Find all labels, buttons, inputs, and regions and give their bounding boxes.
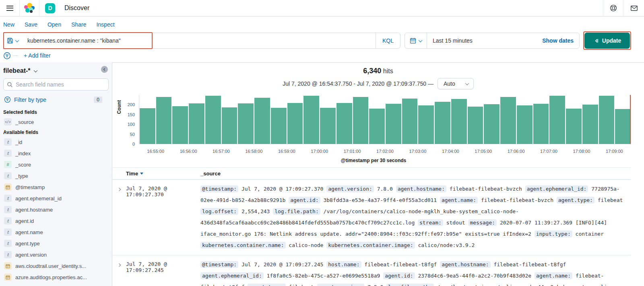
field-value: 7.8.0: [367, 284, 383, 286]
histogram-bar[interactable]: [353, 97, 369, 144]
add-filter-button[interactable]: + Add filter: [24, 52, 51, 59]
histogram-bar[interactable]: [320, 108, 336, 144]
histogram-bar[interactable]: [140, 108, 155, 144]
histogram-bar[interactable]: [386, 104, 401, 144]
histogram-bar[interactable]: [517, 105, 533, 144]
field-item[interactable]: tagent.ephemeral_id: [4, 195, 109, 202]
field-sidebar: filebeat-* Filter by type 0 Selected fie…: [0, 62, 112, 286]
query-language-button[interactable]: KQL: [376, 33, 400, 48]
menu-item-new[interactable]: New: [3, 21, 14, 28]
feedback-button[interactable]: [624, 0, 644, 16]
field-value: calico-node: [289, 242, 323, 248]
histogram-bar[interactable]: [418, 105, 434, 144]
field-item[interactable]: t_id: [4, 138, 109, 146]
elastic-logo[interactable]: [20, 0, 39, 16]
field-item[interactable]: aws.cloudtrail.user_identity.s...: [4, 262, 109, 270]
x-axis-tick-label: 17:04:00: [442, 149, 459, 154]
histogram-bar[interactable]: [369, 109, 385, 144]
field-type-string-icon: t: [4, 172, 12, 179]
histogram-bar[interactable]: [222, 107, 237, 144]
histogram-bar[interactable]: [189, 103, 204, 144]
field-item[interactable]: t_type: [4, 172, 109, 179]
field-key-badge: agent.type:: [248, 284, 285, 286]
main-menu-button[interactable]: [0, 0, 19, 16]
histogram-bar[interactable]: [615, 109, 631, 144]
help-button[interactable]: [603, 0, 623, 16]
field-key-badge: log.file.path:: [273, 208, 320, 215]
histogram-bar[interactable]: [533, 104, 549, 144]
field-key-badge: log.file.path:: [386, 284, 434, 286]
field-item[interactable]: t_index: [4, 150, 109, 157]
available-fields-list: t_idt_index#_scoret_type@timestamptagent…: [3, 138, 109, 281]
field-item[interactable]: tagent.type: [4, 240, 109, 247]
doc-table-header: Time _source: [112, 167, 631, 180]
field-key-badge: agent.id:: [383, 272, 415, 279]
x-axis-tick-label: 16:56:00: [180, 149, 197, 154]
show-dates-button[interactable]: Show dates: [542, 37, 579, 44]
histogram-bar[interactable]: [254, 98, 270, 144]
histogram-bar[interactable]: [238, 103, 254, 144]
field-type-number-icon: #: [4, 161, 12, 168]
histogram-bar[interactable]: [205, 96, 221, 144]
field-key-badge: input.type:: [535, 230, 572, 237]
x-axis-tick-label: 17:08:00: [573, 149, 590, 154]
menu-item-open[interactable]: Open: [47, 21, 61, 28]
histogram-bar[interactable]: [451, 99, 467, 144]
interval-select[interactable]: Auto: [438, 78, 474, 89]
field-item[interactable]: tagent.id: [4, 217, 109, 224]
saved-query-menu-button[interactable]: [4, 37, 23, 44]
field-item[interactable]: tagent.name: [4, 228, 109, 236]
expand-row-button[interactable]: [116, 183, 122, 194]
collapse-sidebar-button[interactable]: [101, 66, 108, 73]
update-button[interactable]: Update: [584, 33, 630, 49]
histogram-bar[interactable]: [156, 97, 172, 144]
filter-by-type-button[interactable]: Filter by type 0: [3, 95, 109, 108]
histogram-bar[interactable]: [468, 107, 483, 144]
menu-item-share[interactable]: Share: [71, 21, 86, 28]
field-name: agent.type: [15, 241, 40, 247]
histogram-bar[interactable]: [303, 96, 319, 144]
field-name: @timestamp: [15, 184, 45, 190]
expand-row-button[interactable]: [116, 259, 122, 270]
date-quick-select-button[interactable]: [405, 33, 427, 48]
filter-icon: [3, 52, 11, 60]
histogram-bar[interactable]: [549, 96, 565, 144]
histogram-bar[interactable]: [599, 96, 615, 144]
histogram-chart: Count 050100150200 16:55:0016:56:0016:57…: [116, 95, 631, 163]
x-axis-tick-label: 17:07:00: [540, 149, 557, 154]
field-item[interactable]: #_score: [4, 161, 109, 168]
field-item[interactable]: </>_source: [4, 118, 109, 126]
histogram-bar[interactable]: [582, 105, 598, 144]
histogram-bars: [140, 95, 631, 144]
time-range-label[interactable]: Last 15 minutes: [427, 37, 473, 44]
histogram-bar[interactable]: [402, 99, 418, 144]
field-search-input[interactable]: [3, 78, 109, 91]
query-text[interactable]: kubernetes.container.name : "kibana": [23, 37, 121, 44]
histogram-bar[interactable]: [271, 108, 287, 144]
field-key-badge: agent.hostname:: [440, 261, 490, 268]
histogram-bar[interactable]: [336, 103, 352, 144]
menu-item-inspect[interactable]: Inspect: [97, 21, 115, 28]
index-pattern-select[interactable]: filebeat-*: [3, 66, 109, 78]
field-search: [3, 78, 109, 91]
histogram-bar[interactable]: [287, 103, 303, 144]
field-key-badge: agent.version:: [317, 284, 365, 286]
field-item[interactable]: azure.auditlogs.properties.ac...: [4, 274, 109, 281]
query-input[interactable]: kubernetes.container.name : "kibana" KQL: [3, 33, 400, 49]
histogram-bar[interactable]: [484, 104, 500, 144]
field-value: container: [576, 231, 604, 237]
menu-item-save[interactable]: Save: [25, 21, 37, 28]
field-item[interactable]: tagent.version: [4, 251, 109, 258]
histogram-bar[interactable]: [172, 106, 188, 144]
field-item[interactable]: tagent.hostname: [4, 206, 109, 213]
histogram-bar[interactable]: [435, 102, 450, 144]
y-axis-ticks: 050100150200: [116, 95, 139, 144]
field-item[interactable]: @timestamp: [4, 183, 109, 191]
elastic-logo-icon: [24, 3, 35, 13]
histogram-bar[interactable]: [566, 109, 582, 144]
histogram-bar[interactable]: [500, 97, 516, 144]
field-name: agent.version: [15, 252, 47, 258]
histogram-plot: [139, 95, 631, 144]
time-column-header[interactable]: Time: [126, 171, 200, 177]
help-icon: [610, 4, 617, 12]
